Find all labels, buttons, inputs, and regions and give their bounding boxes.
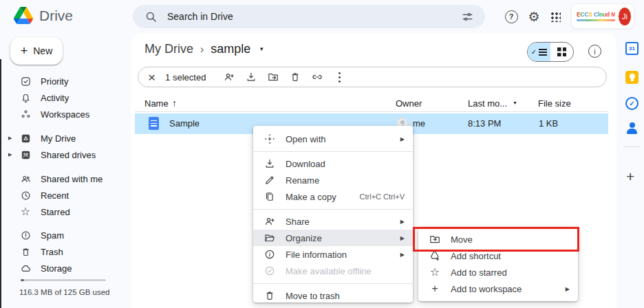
calendar-icon[interactable]: 31 (625, 42, 638, 55)
spam-icon (19, 229, 32, 241)
sidebar-item-recent[interactable]: Recent (0, 187, 128, 204)
menu-item-file-information[interactable]: File information ▶ (253, 246, 413, 263)
grid-view-button[interactable] (550, 43, 573, 61)
my-drive-icon (19, 132, 32, 144)
sidebar-item-label: Shared with me (41, 174, 103, 184)
menu-item-make-a-copy[interactable]: Make a copy Ctrl+C Ctrl+V (253, 188, 413, 205)
sidebar-item-my-drive[interactable]: ▶ My Drive (0, 130, 128, 146)
menu-item-share[interactable]: Share ▶ (253, 213, 413, 230)
file-name[interactable]: Sample (169, 118, 200, 129)
menu-item-move-to-trash[interactable]: Move to trash (253, 287, 413, 304)
sidebar-item-label: Activity (41, 93, 69, 103)
sidebar-item-label: Workspaces (41, 109, 89, 120)
file-size: 1 KB (539, 118, 558, 129)
google-docs-icon (149, 117, 159, 130)
column-header-name[interactable]: Name (144, 98, 169, 109)
gear-icon: ⚙ (528, 10, 539, 23)
google-apps-button[interactable] (548, 9, 564, 25)
more-options-button[interactable] (328, 69, 350, 85)
bell-icon (19, 91, 32, 104)
list-view-icon (539, 49, 547, 56)
column-header-owner[interactable]: Owner (396, 98, 422, 109)
add-shortcut-icon (428, 249, 442, 263)
submenu-item-move[interactable]: Move (418, 231, 578, 248)
search-input[interactable]: Search in Drive (167, 11, 451, 22)
submenu-item-add-shortcut[interactable]: Add shortcut (418, 248, 578, 264)
menu-item-organize[interactable]: Organize ▶ (253, 230, 413, 246)
sidebar-item-label: Spam (41, 230, 64, 241)
submenu-item-add-to-starred[interactable]: ☆ Add to starred (418, 264, 578, 280)
org-logo-title: ECCS Cloud Mail (577, 11, 615, 18)
search-bar[interactable]: Search in Drive (133, 5, 485, 28)
link-icon[interactable] (306, 69, 328, 85)
menu-item-label: File information (286, 250, 400, 260)
submenu-arrow-icon: ▶ (566, 286, 570, 292)
folder-open-icon (263, 231, 277, 245)
settings-button[interactable]: ⚙ (526, 8, 542, 25)
breadcrumb-my-drive[interactable]: My Drive (144, 42, 193, 56)
sidebar-item-activity[interactable]: Activity (0, 89, 128, 106)
column-header-file-size[interactable]: File size (538, 98, 571, 109)
expand-arrow-icon[interactable]: ▶ (8, 152, 12, 157)
share-button[interactable] (218, 69, 240, 85)
keyboard-shortcut: Ctrl+C Ctrl+V (360, 192, 405, 201)
menu-item-open-with[interactable]: Open with ▶ (253, 131, 413, 147)
sidebar-item-label: Shared drives (41, 150, 96, 160)
sidebar-item-label: Priority (41, 76, 68, 87)
contacts-icon[interactable] (625, 122, 638, 135)
search-icon[interactable] (142, 8, 159, 25)
copy-icon (263, 190, 277, 204)
menu-item-label: Add to starred (451, 267, 570, 278)
caret-down-icon[interactable]: ▼ (259, 46, 264, 52)
storage-progress-bar (21, 279, 106, 281)
list-view-button[interactable]: ✓ (528, 43, 550, 61)
sidebar-item-spam[interactable]: Spam (0, 227, 128, 243)
sort-arrow-icon[interactable]: ↑ (172, 98, 177, 109)
trash-button[interactable] (284, 69, 306, 85)
clock-icon (19, 189, 32, 201)
cloud-icon (19, 262, 32, 274)
sidebar-item-workspaces[interactable]: Workspaces (0, 106, 128, 122)
avatar[interactable]: Ji (619, 8, 631, 25)
advanced-search-icon[interactable] (459, 8, 475, 25)
menu-divider (253, 283, 413, 284)
sidebar-item-shared-with-me[interactable]: Shared with me (0, 170, 128, 187)
menu-item-label: Organize (286, 233, 400, 243)
tasks-icon[interactable]: ✓ (625, 97, 638, 110)
plus-icon: + (21, 44, 28, 58)
account-badge[interactable]: ECCS Cloud Mail Ji (571, 3, 634, 29)
sidebar-item-trash[interactable]: Trash (0, 243, 128, 260)
breadcrumb-current-folder[interactable]: sample (211, 42, 250, 56)
menu-item-rename[interactable]: Rename (253, 172, 413, 188)
submenu-arrow-icon: ▶ (400, 136, 405, 142)
keep-icon[interactable] (625, 71, 638, 84)
close-selection-button[interactable]: × (148, 71, 155, 84)
expand-arrow-icon[interactable]: ▶ (8, 135, 12, 141)
menu-item-download[interactable]: Download (253, 155, 413, 172)
star-icon: ☆ (428, 265, 442, 279)
download-button[interactable] (240, 69, 262, 85)
sidebar-item-storage[interactable]: Storage (0, 260, 128, 276)
menu-item-label: Make available offline (286, 266, 405, 276)
new-button[interactable]: + New (10, 37, 63, 65)
people-icon (19, 173, 32, 185)
submenu-item-add-to-workspace[interactable]: + Add to workspace ▶ (418, 280, 578, 297)
details-button[interactable]: i (588, 45, 601, 58)
menu-item-label: Add to workspace (451, 284, 566, 294)
column-header-last-modified[interactable]: Last mo... (468, 98, 507, 109)
person-add-icon (263, 214, 277, 228)
help-button[interactable]: ? (503, 8, 519, 25)
shared-drives-icon (19, 148, 32, 161)
sidebar-item-shared-drives[interactable]: ▶ Shared drives (0, 146, 128, 163)
info-icon: i (594, 47, 595, 56)
open-with-icon (263, 132, 277, 146)
get-add-ons-button[interactable]: + (626, 169, 634, 184)
more-vert-icon (339, 72, 341, 74)
move-button[interactable] (262, 69, 284, 85)
drive-logo[interactable]: Drive (14, 7, 73, 24)
context-menu: Open with ▶ Download Rename Make a copy … (253, 126, 413, 302)
apps-grid-icon (551, 12, 561, 22)
sidebar-item-priority[interactable]: Priority (0, 73, 128, 89)
sidebar-item-starred[interactable]: ☆ Starred (0, 204, 128, 220)
org-logo-subtitle-line (577, 19, 615, 21)
